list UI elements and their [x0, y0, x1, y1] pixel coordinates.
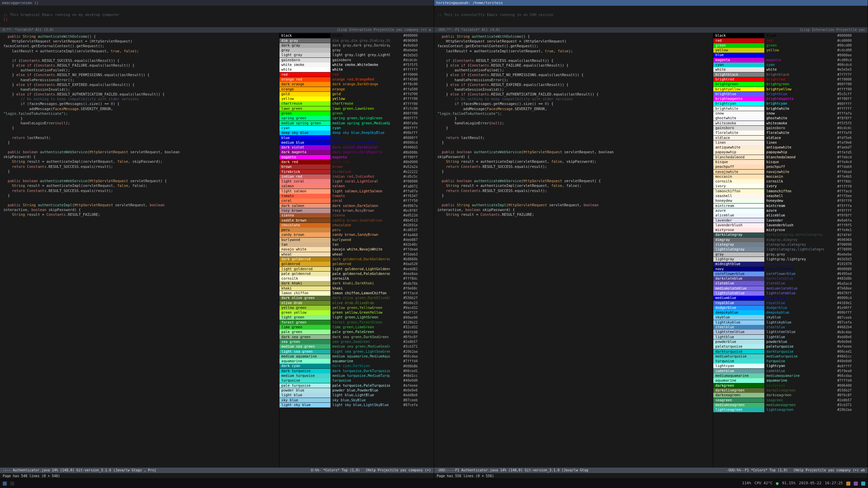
minibuf-right[interactable]: Page has 556 lines (0 + 556): [434, 473, 868, 478]
color-row[interactable]: cyancyan#00cdcd: [713, 63, 868, 67]
color-row[interactable]: whitewhite#e5e5e5: [713, 67, 868, 72]
color-row[interactable]: lightsteelbluelightsteelblue#b0c4de: [713, 330, 868, 334]
tray-icon-3[interactable]: [861, 482, 865, 486]
color-row[interactable]: sky bluesky blue,SkyBlue#87ceeb: [279, 398, 434, 402]
color-row[interactable]: peachpuffpeachpuff#ffdab9: [713, 164, 868, 169]
color-row[interactable]: dark violetdark violet,DarkViolet#9400d3: [279, 145, 434, 150]
color-row[interactable]: floralwhitefloralwhite#fffaf0: [713, 130, 868, 135]
color-row[interactable]: mediumaquamarinemediumaquamarine#66cdaa: [713, 373, 868, 378]
color-row[interactable]: goldenrodgoldenrod#daa520: [279, 262, 434, 266]
zoom-level[interactable]: 114%: [742, 481, 751, 486]
color-row[interactable]: blackblack#000000: [713, 33, 868, 38]
color-row[interactable]: magentamagenta#cd00cd: [713, 57, 868, 62]
color-row[interactable]: peruperu#cd853f: [279, 228, 434, 232]
color-row[interactable]: light greenlight green,LightGreen#90ee90: [279, 315, 434, 320]
color-buffer-right[interactable]: blackblack#000000redred#cd0000greengreen…: [713, 33, 868, 468]
color-row[interactable]: brightcyanbrightcyan#00ffff: [713, 101, 868, 106]
color-row[interactable]: seagreenseagreen#2e8b57: [713, 398, 868, 402]
color-row[interactable]: tomatotomato#ff6347: [279, 194, 434, 198]
color-row[interactable]: darkgreendarkgreen#006400: [713, 383, 868, 388]
color-row[interactable]: steelbluesteelblue#4682b4: [713, 325, 868, 330]
color-row[interactable]: cornsilkcornsilk#fff8dc: [713, 179, 868, 184]
color-row[interactable]: brightwhitebrightwhite#ffffff: [713, 106, 868, 111]
color-row[interactable]: redred#ff0000: [279, 72, 434, 77]
color-row[interactable]: burlywoodburlywood#deb887: [279, 237, 434, 242]
color-row[interactable]: cornflowerbluecornflowerblue#6495ed: [713, 272, 868, 276]
color-row[interactable]: brightblackbrightblack#7f7f7f: [713, 72, 868, 77]
app-icon[interactable]: [3, 482, 7, 486]
color-row[interactable]: lavenderlavender#e6e6fa: [713, 218, 868, 223]
color-row[interactable]: dark reddark red#8b0000: [279, 160, 434, 164]
color-row[interactable]: medium spring greenmedium spring green,M…: [279, 121, 434, 125]
color-row[interactable]: mediumslatebluemediumslateblue#7b68ee: [713, 286, 868, 291]
color-row[interactable]: light bluelight blue,LightBlue#add8e6: [279, 393, 434, 398]
color-row[interactable]: deep sky bluedeep sky blue,DeepSkyBlue#0…: [279, 130, 434, 135]
color-row[interactable]: lightslategraylightslategray,lightslateg…: [713, 247, 868, 252]
color-row[interactable]: dark salmondark salmon,DarkSalmon#e9967a: [279, 203, 434, 208]
color-row[interactable]: khakikhaki#f0e68c: [279, 286, 434, 291]
color-row[interactable]: orange redorange red,OrangeRed#ff4500: [279, 77, 434, 82]
color-row[interactable]: lightgraylightgray,lightgrey#d3d3d3: [713, 257, 868, 262]
color-row[interactable]: lightslatebluelightslateblue#8470ff: [713, 291, 868, 296]
color-row[interactable]: pale greenpale green,PaleGreen#98fb98: [279, 330, 434, 334]
color-row[interactable]: whitewhite#ffffff: [279, 67, 434, 72]
color-row[interactable]: brightmagentabrightmagenta#ff00ff: [713, 97, 868, 101]
color-row[interactable]: lightcyanlightcyan#e0ffff: [713, 364, 868, 368]
color-row[interactable]: salmonsalmon#fa8072: [279, 184, 434, 189]
color-row[interactable]: chartreusechartreuse#7fff00: [279, 101, 434, 106]
color-row[interactable]: lime greenlime green,LimeGreen#32cd32: [279, 325, 434, 330]
code-buffer-right[interactable]: public String authenticateWithOutcome() …: [434, 33, 713, 468]
color-row[interactable]: darkslategraydarkslategray,darkslategrey…: [713, 232, 868, 237]
color-row[interactable]: sandy brownsandy brown,SandyBrown#f4a460: [279, 232, 434, 237]
color-row[interactable]: white smokewhite smoke,WhiteSmoke#f5f5f5: [279, 63, 434, 67]
color-row[interactable]: light sky bluelight sky blue,LightSkyBlu…: [279, 403, 434, 407]
color-row[interactable]: tantan#d2b48c: [279, 242, 434, 247]
color-row[interactable]: orangeorange#ffa500: [279, 87, 434, 91]
color-row[interactable]: mistyrosemistyrose#ffe4e1: [713, 228, 868, 232]
color-row[interactable]: dimgraydimgray,dimgrey#696969: [713, 237, 868, 242]
color-row[interactable]: paleturquoisepaleturquoise#afeeee: [713, 344, 868, 349]
color-row[interactable]: dim graydim gray,dim grey,DimGray,DimGre…: [279, 38, 434, 43]
tray-icon-1[interactable]: [846, 482, 850, 486]
color-row[interactable]: rosy brownrosy brown,RosyBrown#bc8f8f: [279, 208, 434, 213]
color-row[interactable]: greengreen#00cd00: [713, 43, 868, 48]
color-row[interactable]: royalblueroyalblue#4169e1: [713, 300, 868, 305]
color-row[interactable]: light salmonlight salmon,LightSalmon#ffa…: [279, 189, 434, 194]
color-row[interactable]: mediumturquoisemediumturquoise#48d1cc: [713, 354, 868, 359]
minibuf-left[interactable]: Page has 548 lines (0 + 548): [0, 473, 434, 478]
color-row[interactable]: gainsborogainsboro#dcdcdc: [279, 57, 434, 62]
tray-icon-2[interactable]: [854, 482, 858, 486]
color-row[interactable]: darkslatebluedarkslateblue#483d8b: [713, 276, 868, 281]
color-row[interactable]: brownbrown#a52a2a: [279, 164, 434, 169]
color-row[interactable]: greengreen#00ff00: [279, 111, 434, 116]
color-row[interactable]: turquoiseturquoise#40e0d0: [279, 378, 434, 383]
color-row[interactable]: dodgerbluedodgerblue#1e90ff: [713, 306, 868, 310]
color-buffer-left[interactable]: blackblack#000000dim graydim gray,dim gr…: [279, 33, 434, 468]
color-row[interactable]: graygray#bebebe: [279, 48, 434, 53]
color-row[interactable]: dark sea greendark sea green,DarkSeaGree…: [279, 334, 434, 339]
color-row[interactable]: powderbluepowderblue#b0e0e6: [713, 339, 868, 344]
color-row[interactable]: dark cyandark cyan,DarkCyan#008b8b: [279, 364, 434, 368]
color-row[interactable]: medium bluemedium blue,MediumBlue#0000cd: [279, 140, 434, 145]
color-row[interactable]: magentamagenta#ff00ff: [279, 155, 434, 159]
scratch-left[interactable]: ;; This Graphical Emacs running on my de…: [0, 6, 434, 27]
color-row[interactable]: green yellowgreen yellow,GreenYellow#adf…: [279, 310, 434, 315]
color-row[interactable]: slateblueslateblue#6a5acd: [713, 281, 868, 286]
color-row[interactable]: yellowyellow#ffff00: [279, 97, 434, 101]
color-row[interactable]: darkolivegreendarkolivegreen#556b2f: [713, 388, 868, 393]
color-row[interactable]: dark magentadark magenta,DarkMagenta#8b0…: [279, 150, 434, 155]
color-row[interactable]: indian redindian red,IndianRed#cd5c5c: [279, 174, 434, 179]
color-row[interactable]: dark olive greendark olive green,DarkOli…: [279, 296, 434, 300]
color-row[interactable]: graygray,grey#bebebe: [713, 252, 868, 257]
color-row[interactable]: medium sea greenmedium sea green,MediumS…: [279, 344, 434, 349]
color-row[interactable]: seashellseashell#fff5ee: [713, 194, 868, 198]
color-row[interactable]: moccasinmoccasin#ffe4b5: [713, 174, 868, 179]
color-row[interactable]: brightgreenbrightgreen#00ff00: [713, 82, 868, 87]
color-row[interactable]: brightyellowbrightyellow#ffff00: [713, 87, 868, 91]
color-row[interactable]: light corallight coral,LightCoral#f08080: [279, 179, 434, 184]
color-row[interactable]: mediumbluemediumblue#0000cd: [713, 296, 868, 300]
color-row[interactable]: yellow greenyellow green,YellowGreen#9ac…: [279, 306, 434, 310]
color-row[interactable]: light goldenrodlight goldenrod,LightGold…: [279, 266, 434, 271]
color-row[interactable]: wheatwheat#f5deb3: [279, 252, 434, 257]
scratch-right[interactable]: ;; This is console/tty Emacs running in …: [434, 6, 868, 27]
